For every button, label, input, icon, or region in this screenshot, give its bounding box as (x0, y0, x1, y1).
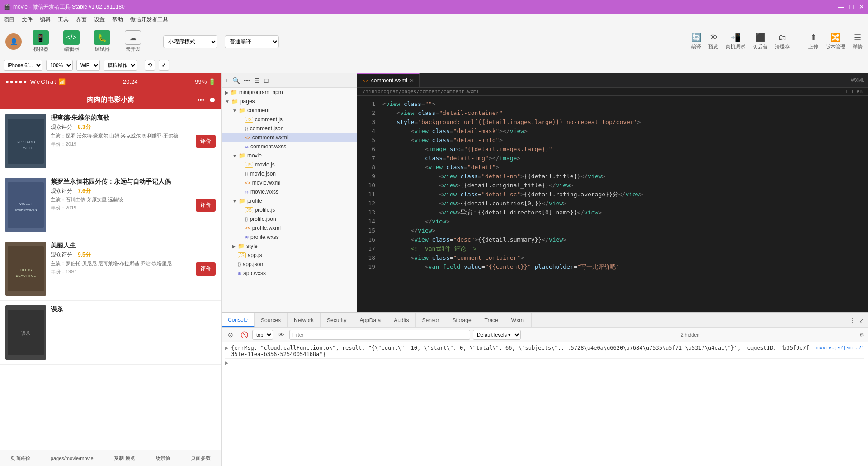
fit-btn[interactable]: ⤢ (159, 60, 169, 71)
devtab-console[interactable]: Console (222, 313, 255, 327)
devtab-appdata[interactable]: AppData (353, 313, 387, 327)
tree-item-1[interactable]: ▼📁 pages (222, 97, 357, 106)
movie-title-2: 美丽人生 (51, 242, 191, 250)
debugger-btn[interactable]: 🐛 调试器 (90, 30, 114, 52)
devtab-action-1[interactable]: ⋮ (849, 317, 855, 324)
wxss-icon-16: ≋ (245, 235, 249, 240)
menu-item-编辑[interactable]: 编辑 (40, 16, 51, 24)
menu-item-设置[interactable]: 设置 (94, 16, 105, 24)
search-icon[interactable]: 🔍 (232, 77, 240, 84)
maximize-btn[interactable]: □ (850, 3, 854, 10)
console-location-0[interactable]: movie.js?[sm]:21 (816, 345, 864, 357)
movie-info-1: 紫罗兰永恒花园外传：永远与自动手记人偶 观众评分：7.6分 主演：石川由依 茅原… (51, 178, 191, 211)
editor-tab-comment-wxml[interactable]: <> comment.wxml × (357, 73, 420, 87)
folder-arrow-0: ▶ (225, 90, 229, 95)
devtab-network[interactable]: Network (288, 313, 321, 327)
bottom-copy-btn[interactable]: 复制 预览 (114, 455, 135, 461)
tree-label-10: movie.wxml (252, 180, 281, 186)
upload-btn[interactable]: ⬆ 上传 (808, 33, 818, 50)
filter-input[interactable] (289, 330, 470, 340)
mode-select[interactable]: 小程序模式 (163, 35, 217, 48)
avatar[interactable]: 👤 (5, 33, 22, 50)
cloud-icon: ☁ (125, 30, 141, 45)
version-label: 版本管理 (826, 43, 845, 50)
tree-item-13[interactable]: JS profile.js (222, 205, 357, 214)
rate-btn-2[interactable]: 评价 (196, 262, 216, 276)
menu-item-微信开发者工具[interactable]: 微信开发者工具 (130, 16, 168, 24)
tree-item-3[interactable]: JS comment.js (222, 115, 357, 124)
tree-item-5[interactable]: <> comment.wxml (222, 133, 357, 142)
menu-item-界面[interactable]: 界面 (76, 16, 87, 24)
simulator-btn[interactable]: 📱 模拟器 (29, 30, 52, 52)
tree-item-15[interactable]: <> profile.wxml (222, 223, 357, 233)
more-icon[interactable]: ••• (244, 77, 250, 84)
devtab-sensor[interactable]: Sensor (416, 313, 446, 327)
movie-list: RICHARD JEWELL 理查德·朱维尔的哀歌 观众评分：8.3分 主演：保… (0, 109, 221, 365)
menu-item-帮助[interactable]: 帮助 (112, 16, 123, 24)
tree-item-20[interactable]: ≋ app.wxss (222, 269, 357, 278)
movie-year-0: 年份：2019 (51, 141, 191, 147)
console-entry-expand: ▶ (225, 359, 864, 367)
device-select[interactable]: iPhone 6/... (4, 60, 42, 71)
backend-btn[interactable]: ⬛ 切后台 (753, 33, 768, 50)
new-file-icon[interactable]: + (225, 77, 229, 84)
menu-item-工具[interactable]: 工具 (58, 16, 69, 24)
compile-select[interactable]: 普通编译 (225, 35, 279, 48)
tree-item-19[interactable]: {} app.json (222, 260, 357, 269)
rate-btn-0[interactable]: 评价 (196, 135, 216, 148)
levels-select[interactable]: Default levels ▾ (473, 330, 521, 340)
rate-btn-1[interactable]: 评价 (196, 199, 216, 212)
menu-item-文件[interactable]: 文件 (22, 16, 33, 24)
tree-item-18[interactable]: JS app.js (222, 251, 357, 260)
record-icon[interactable]: ⏺ (209, 96, 216, 104)
tree-item-8[interactable]: JS movie.js (222, 160, 357, 169)
rotate-btn[interactable]: ⟲ (145, 60, 155, 71)
cloud-btn[interactable]: ☁ 云开发 (121, 30, 145, 52)
devtab-security[interactable]: Security (321, 313, 353, 327)
devtools-stop-btn[interactable]: ⊘ (225, 329, 236, 340)
tree-item-10[interactable]: <> movie.wxml (222, 178, 357, 187)
close-btn[interactable]: ✕ (859, 3, 864, 10)
context-select[interactable]: top (252, 330, 273, 340)
compile-btn[interactable]: 🔄 编译 (691, 33, 701, 50)
collapse-icon[interactable]: ⊟ (264, 77, 269, 84)
settings-icon[interactable]: ⚙ (859, 332, 864, 338)
tree-item-0[interactable]: ▶📁 miniprogram_npm (222, 88, 357, 97)
devtab-audits[interactable]: Audits (387, 313, 415, 327)
zoom-select[interactable]: 100% (46, 60, 73, 71)
tab-close-btn[interactable]: × (410, 77, 414, 84)
movie-thumb-0: RICHARD JEWELL (5, 114, 46, 168)
minimize-btn[interactable]: — (838, 3, 844, 10)
devtools-toolbar: ⊘ 🚫 top 👁 Default levels ▾ 2 hidden ⚙ (222, 328, 868, 342)
real-debug-btn[interactable]: 📲 真机调试 (726, 33, 745, 50)
tree-item-6[interactable]: ≋ comment.wxss (222, 142, 357, 151)
devtab-sources[interactable]: Sources (255, 313, 288, 327)
tree-item-2[interactable]: ▼📁 comment (222, 106, 357, 115)
tree-item-16[interactable]: ≋ profile.wxss (222, 233, 357, 242)
expand-arrow-2[interactable]: ▶ (225, 360, 228, 366)
editor-btn[interactable]: </> 编辑器 (60, 30, 83, 52)
devtab-action-2[interactable]: ⤢ (859, 317, 864, 324)
menu-item-项目[interactable]: 项目 (4, 16, 14, 24)
detail-btn[interactable]: ☰ 详情 (853, 33, 863, 50)
clear-cache-btn[interactable]: 🗂 清缓存 (775, 33, 790, 50)
tree-item-9[interactable]: {} movie.json (222, 169, 357, 178)
tree-item-11[interactable]: ≋ movie.wxss (222, 187, 357, 196)
devtools-clear-btn[interactable]: 🚫 (239, 329, 250, 340)
preview-btn[interactable]: 👁 预览 (708, 33, 718, 50)
version-btn[interactable]: 🔀 版本管理 (826, 33, 845, 50)
tree-item-4[interactable]: {} comment.json (222, 124, 357, 133)
tree-item-7[interactable]: ▼📁 movie (222, 151, 357, 160)
tree-item-14[interactable]: {} profile.json (222, 214, 357, 223)
expand-arrow[interactable]: ▶ (225, 345, 228, 357)
devtab-wxml[interactable]: Wxml (505, 313, 532, 327)
devtab-storage[interactable]: Storage (446, 313, 478, 327)
more-icon[interactable]: ••• (197, 96, 204, 104)
devtab-trace[interactable]: Trace (478, 313, 505, 327)
network-select[interactable]: WiFi (76, 60, 100, 71)
tree-item-12[interactable]: ▼📁 profile (222, 196, 357, 205)
eye-btn[interactable]: 👁 (276, 329, 287, 340)
layout-icon[interactable]: ☰ (254, 77, 260, 84)
tree-item-17[interactable]: ▶📁 style (222, 242, 357, 251)
action-select[interactable]: 模拟操作 (104, 60, 137, 71)
